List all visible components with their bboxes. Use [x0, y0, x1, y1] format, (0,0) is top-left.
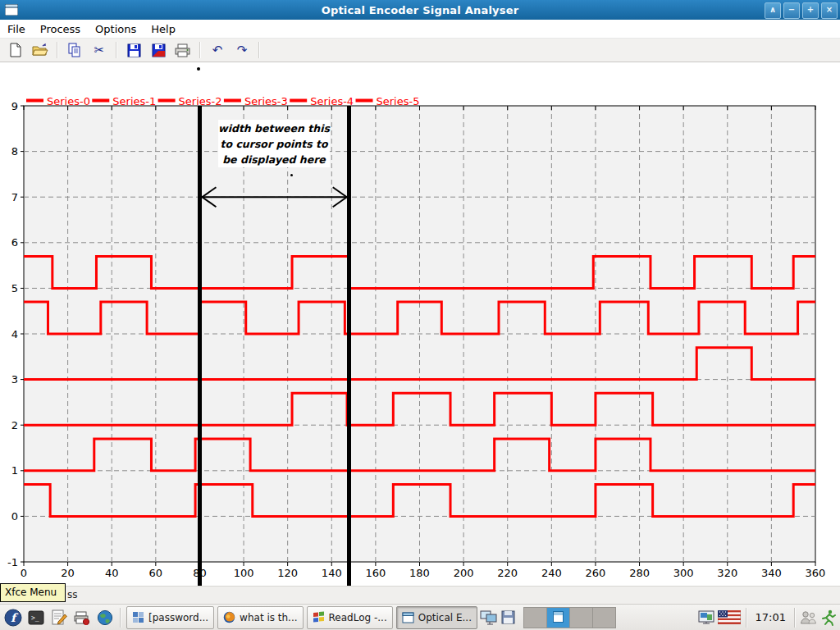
svg-text:0: 0	[21, 567, 27, 579]
svg-text:7: 7	[11, 191, 18, 203]
shade-button[interactable]: ∧	[765, 2, 781, 19]
svg-text:8: 8	[11, 145, 18, 158]
workspace-2-active[interactable]	[547, 608, 570, 628]
web-browser-launcher[interactable]	[94, 605, 116, 630]
menu-help[interactable]: Help	[144, 21, 183, 37]
text-editor-launcher[interactable]	[48, 605, 71, 630]
svg-text:2: 2	[11, 419, 18, 431]
save-button[interactable]	[121, 39, 146, 61]
workspace-window-thumb	[553, 611, 564, 623]
workspace-3[interactable]	[570, 608, 593, 628]
svg-text:40: 40	[105, 567, 119, 579]
terminal-launcher[interactable]: >_	[25, 605, 48, 630]
new-button[interactable]	[3, 39, 28, 61]
workspace-pager	[523, 607, 616, 628]
session-tray[interactable]	[819, 607, 838, 628]
menu-process[interactable]: Process	[33, 21, 88, 37]
print-manager-icon	[74, 609, 90, 626]
statusbar-text: ss	[67, 589, 78, 600]
us-flag-icon	[718, 610, 741, 624]
scissors-icon: ✂	[94, 44, 105, 57]
stray-dot	[290, 174, 293, 176]
svg-text:220: 220	[497, 567, 518, 579]
cursor-line-2[interactable]	[347, 106, 351, 587]
save-icon	[127, 43, 141, 57]
password-window-icon	[132, 611, 144, 623]
tray-right-cluster: 17:01	[696, 607, 838, 628]
svg-text:-1: -1	[7, 556, 18, 568]
task-button-optical-active[interactable]: Optical E...	[396, 606, 477, 629]
dual-monitor-icon	[480, 609, 498, 626]
menu-file[interactable]: File	[0, 21, 33, 37]
xfce-logo-icon: f	[4, 609, 22, 627]
svg-text:320: 320	[717, 567, 737, 579]
svg-text:0: 0	[11, 510, 18, 523]
taskbar: f >_	[0, 604, 840, 630]
svg-text:120: 120	[277, 567, 298, 579]
y-axis-labels: -10123456789	[7, 100, 18, 568]
annotation-line-2: to cursor points to	[218, 136, 330, 152]
panel-separator	[794, 608, 796, 628]
terminal-icon: >_	[28, 609, 44, 626]
user-switch-tray[interactable]	[799, 607, 819, 628]
task-button-firefox[interactable]: what is th...	[217, 606, 303, 629]
task-button-readlog[interactable]: ReadLog -...	[307, 606, 393, 629]
panel-clock[interactable]: 17:01	[751, 611, 791, 623]
cursor-line-1[interactable]	[198, 106, 202, 587]
keyboard-layout-tray[interactable]	[716, 607, 742, 628]
window-title: Optical Encoder Signal Analyser	[0, 4, 840, 16]
xfce-menu-tooltip: Xfce Menu	[0, 583, 66, 602]
minimize-button[interactable]: −	[783, 2, 800, 19]
redo-icon: ↷	[237, 44, 248, 57]
svg-text:240: 240	[541, 567, 562, 579]
new-file-icon	[9, 43, 22, 57]
save-as-button[interactable]	[146, 39, 171, 61]
svg-text:4: 4	[11, 328, 18, 340]
globe-icon	[97, 609, 113, 626]
menubar: File Process Options Help	[0, 20, 840, 39]
task-button-password[interactable]: [password...	[126, 606, 214, 629]
users-icon	[800, 610, 818, 625]
task-label: Optical E...	[418, 612, 472, 623]
svg-text:260: 260	[586, 567, 606, 579]
printer-icon	[175, 43, 191, 57]
screen-capture-icon	[698, 610, 714, 625]
screenshot-tray[interactable]	[696, 607, 716, 628]
chart-annotation: width between this to cursor points to b…	[218, 120, 330, 167]
cut-button[interactable]: ✂	[87, 39, 112, 61]
svg-text:100: 100	[234, 567, 254, 579]
maximize-button[interactable]: +	[802, 2, 819, 19]
open-button[interactable]	[28, 39, 52, 61]
workspace-4[interactable]	[593, 608, 615, 628]
legend-label: Series-0	[47, 95, 90, 107]
removable-media-tray[interactable]	[499, 607, 518, 628]
workspace-1[interactable]	[524, 608, 547, 628]
svg-text:20: 20	[61, 567, 75, 579]
toolbar-separator	[57, 42, 58, 58]
running-man-icon	[821, 609, 836, 626]
svg-text:300: 300	[673, 567, 694, 579]
print-button[interactable]	[171, 39, 195, 61]
undo-button[interactable]: ↶	[205, 39, 230, 61]
redo-button[interactable]: ↷	[230, 39, 254, 61]
windows-logo-icon	[313, 611, 325, 623]
print-manager-launcher[interactable]	[71, 605, 94, 630]
copy-icon	[67, 43, 82, 57]
close-button[interactable]: ×	[821, 2, 838, 19]
task-label: [password...	[148, 612, 208, 623]
text-editor-icon	[51, 609, 67, 626]
task-label: what is th...	[240, 612, 297, 623]
legend-label: Series-1	[112, 95, 156, 107]
svg-text:340: 340	[761, 567, 782, 579]
x-axis-labels: 0204060801001201401601802002202402602803…	[21, 567, 826, 579]
save-as-icon	[152, 43, 166, 57]
copy-button[interactable]	[62, 39, 87, 61]
svg-text:140: 140	[322, 567, 342, 579]
svg-text:1: 1	[11, 464, 18, 477]
toolbar: ✂ ↶ ↷	[0, 39, 840, 62]
xfce-menu-button[interactable]: f	[2, 605, 25, 630]
toolbar-separator	[199, 42, 201, 58]
display-settings-tray[interactable]	[479, 607, 499, 628]
menu-options[interactable]: Options	[88, 21, 144, 37]
svg-text:160: 160	[365, 567, 386, 579]
